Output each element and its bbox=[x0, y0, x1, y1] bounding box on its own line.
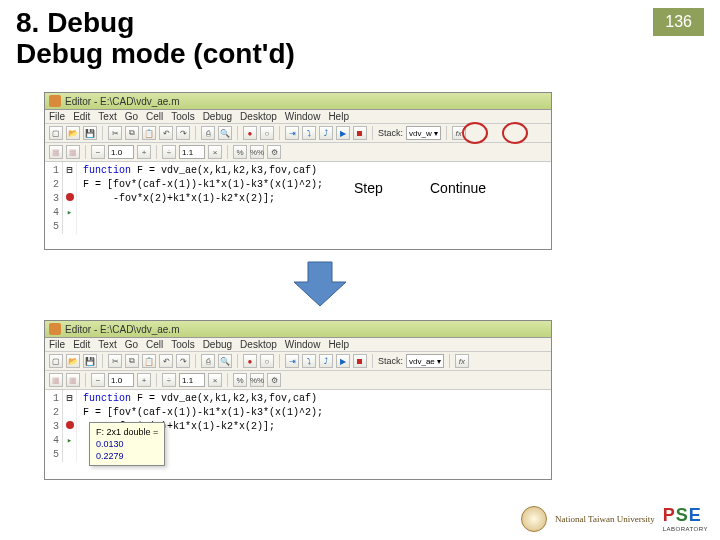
page-number-badge: 136 bbox=[653, 8, 704, 36]
cell-icon[interactable]: ▦ bbox=[49, 373, 63, 387]
menu-text[interactable]: Text bbox=[98, 339, 116, 350]
paste-icon[interactable]: 📋 bbox=[142, 126, 156, 140]
multiply-icon[interactable]: × bbox=[208, 373, 222, 387]
toolbar-2: ▦ ▦ − 1.0 + ÷ 1.1 × % %% ⚙ bbox=[45, 371, 551, 390]
menu-tools[interactable]: Tools bbox=[171, 111, 194, 122]
step-in-icon[interactable]: ⤵ bbox=[302, 354, 316, 368]
decrease-icon[interactable]: − bbox=[91, 145, 105, 159]
app-icon bbox=[49, 323, 61, 335]
save-icon[interactable]: 💾 bbox=[83, 354, 97, 368]
divide-icon[interactable]: ÷ bbox=[162, 145, 176, 159]
percent-icon[interactable]: % bbox=[233, 373, 247, 387]
tool-icon[interactable]: ⚙ bbox=[267, 373, 281, 387]
divide-icon[interactable]: ÷ bbox=[162, 373, 176, 387]
stack-select[interactable]: vdv_ae▾ bbox=[406, 354, 444, 368]
highlight-circle-step bbox=[462, 122, 488, 144]
cell-icon[interactable]: ▦ bbox=[49, 145, 63, 159]
new-file-icon[interactable]: ▢ bbox=[49, 354, 63, 368]
copy-icon[interactable]: ⧉ bbox=[125, 126, 139, 140]
paste-icon[interactable]: 📋 bbox=[142, 354, 156, 368]
continue-icon[interactable]: ▶ bbox=[336, 126, 350, 140]
menu-window[interactable]: Window bbox=[285, 111, 321, 122]
print-icon[interactable]: ⎙ bbox=[201, 126, 215, 140]
menu-desktop[interactable]: Desktop bbox=[240, 111, 277, 122]
clear-breakpoint-icon[interactable]: ○ bbox=[260, 354, 274, 368]
menu-edit[interactable]: Edit bbox=[73, 339, 90, 350]
cut-icon[interactable]: ✂ bbox=[108, 354, 122, 368]
menu-help[interactable]: Help bbox=[328, 111, 349, 122]
continue-icon[interactable]: ▶ bbox=[336, 354, 350, 368]
separator bbox=[85, 145, 86, 159]
menu-file[interactable]: File bbox=[49, 111, 65, 122]
tooltip-value-2: 0.2279 bbox=[96, 451, 158, 461]
find-icon[interactable]: 🔍 bbox=[218, 354, 232, 368]
menu-go[interactable]: Go bbox=[125, 111, 138, 122]
menu-file[interactable]: File bbox=[49, 339, 65, 350]
cell-run-icon[interactable]: ▦ bbox=[66, 145, 80, 159]
breakpoint-gutter[interactable]: ⊟ ▸ bbox=[63, 162, 77, 234]
new-file-icon[interactable]: ▢ bbox=[49, 126, 63, 140]
open-icon[interactable]: 📂 bbox=[66, 354, 80, 368]
cut-icon[interactable]: ✂ bbox=[108, 126, 122, 140]
separator bbox=[279, 126, 280, 140]
menu-debug[interactable]: Debug bbox=[203, 111, 232, 122]
copy-icon[interactable]: ⧉ bbox=[125, 354, 139, 368]
step-icon[interactable]: ⇥ bbox=[285, 354, 299, 368]
separator bbox=[237, 126, 238, 140]
menu-help[interactable]: Help bbox=[328, 339, 349, 350]
menu-cell[interactable]: Cell bbox=[146, 111, 163, 122]
menu-window[interactable]: Window bbox=[285, 339, 321, 350]
font-size-field[interactable]: 1.0 bbox=[108, 373, 134, 387]
window-title: Editor - E:\CAD\vdv_ae.m bbox=[65, 96, 179, 107]
exit-debug-icon[interactable]: ⏹ bbox=[353, 354, 367, 368]
footer-logos: National Taiwan University PSE LABORATOR… bbox=[521, 505, 708, 532]
code-text[interactable]: function F = vdv_ae(x,k1,k2,k3,fov,caf) … bbox=[77, 162, 551, 234]
find-icon[interactable]: 🔍 bbox=[218, 126, 232, 140]
breakpoint-icon[interactable] bbox=[66, 421, 74, 429]
percent-icon[interactable]: % bbox=[233, 145, 247, 159]
menu-go[interactable]: Go bbox=[125, 339, 138, 350]
exit-debug-icon[interactable]: ⏹ bbox=[353, 126, 367, 140]
multiply-icon[interactable]: × bbox=[208, 145, 222, 159]
undo-icon[interactable]: ↶ bbox=[159, 354, 173, 368]
annotation-step: Step bbox=[354, 180, 383, 196]
percent2-icon[interactable]: %% bbox=[250, 373, 264, 387]
menu-debug[interactable]: Debug bbox=[203, 339, 232, 350]
undo-icon[interactable]: ↶ bbox=[159, 126, 173, 140]
menu-text[interactable]: Text bbox=[98, 111, 116, 122]
zoom-field[interactable]: 1.1 bbox=[179, 145, 205, 159]
fx-icon[interactable]: fx bbox=[455, 354, 469, 368]
menu-cell[interactable]: Cell bbox=[146, 339, 163, 350]
separator bbox=[372, 126, 373, 140]
stack-label: Stack: bbox=[378, 356, 403, 366]
step-out-icon[interactable]: ⤴ bbox=[319, 354, 333, 368]
decrease-icon[interactable]: − bbox=[91, 373, 105, 387]
clear-breakpoint-icon[interactable]: ○ bbox=[260, 126, 274, 140]
font-size-field[interactable]: 1.0 bbox=[108, 145, 134, 159]
increase-icon[interactable]: + bbox=[137, 145, 151, 159]
percent2-icon[interactable]: %% bbox=[250, 145, 264, 159]
cell-run-icon[interactable]: ▦ bbox=[66, 373, 80, 387]
line-gutter: 1 2 3 4 5 bbox=[45, 162, 63, 234]
set-breakpoint-icon[interactable]: ● bbox=[243, 354, 257, 368]
breakpoint-icon[interactable] bbox=[66, 193, 74, 201]
zoom-field[interactable]: 1.1 bbox=[179, 373, 205, 387]
print-icon[interactable]: ⎙ bbox=[201, 354, 215, 368]
menu-desktop[interactable]: Desktop bbox=[240, 339, 277, 350]
editor-window-after: Editor - E:\CAD\vdv_ae.m File Edit Text … bbox=[44, 320, 552, 480]
save-icon[interactable]: 💾 bbox=[83, 126, 97, 140]
redo-icon[interactable]: ↷ bbox=[176, 126, 190, 140]
step-icon[interactable]: ⇥ bbox=[285, 126, 299, 140]
separator bbox=[237, 354, 238, 368]
step-out-icon[interactable]: ⤴ bbox=[319, 126, 333, 140]
menu-edit[interactable]: Edit bbox=[73, 111, 90, 122]
redo-icon[interactable]: ↷ bbox=[176, 354, 190, 368]
step-in-icon[interactable]: ⤵ bbox=[302, 126, 316, 140]
breakpoint-gutter[interactable]: ⊟ ▸ bbox=[63, 390, 77, 462]
increase-icon[interactable]: + bbox=[137, 373, 151, 387]
tool-icon[interactable]: ⚙ bbox=[267, 145, 281, 159]
stack-select[interactable]: vdv_w▾ bbox=[406, 126, 441, 140]
set-breakpoint-icon[interactable]: ● bbox=[243, 126, 257, 140]
open-icon[interactable]: 📂 bbox=[66, 126, 80, 140]
menu-tools[interactable]: Tools bbox=[171, 339, 194, 350]
